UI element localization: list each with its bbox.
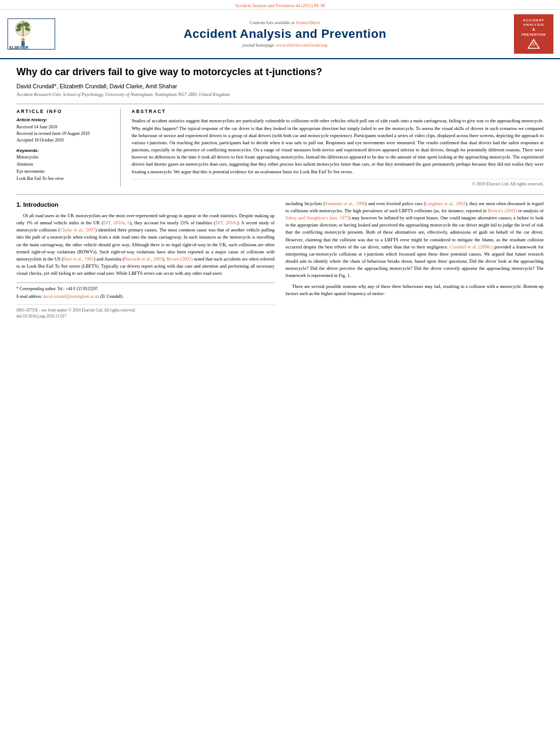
ref-sabey-1975: Sabey and Staughton's data, 1975 — [286, 215, 349, 220]
journal-homepage: journal homepage: www.elsevier.com/locat… — [67, 43, 503, 48]
abstract-heading: ABSTRACT — [132, 109, 544, 114]
ref-crundall-2008c: Crundall et al. (2008c) — [450, 244, 493, 250]
main-content: Why do car drivers fail to give way to m… — [0, 59, 560, 329]
article-info-abstract-section: ARTICLE INFO Article history: Received 1… — [16, 104, 544, 186]
accepted-date: Accepted 18 October 2010 — [16, 137, 112, 144]
ref-dft-2010c: DfT, 2010c — [216, 220, 237, 225]
article-affiliation: Accident Research Unit, School of Psycho… — [16, 92, 544, 97]
svg-text:ELSEVIER: ELSEVIER — [9, 46, 29, 49]
keyword-1: Motorcycles — [16, 154, 112, 161]
footer-doi: doi:10.1016/j.aap.2010.11.017 — [16, 313, 275, 320]
footer-rights: 0001-4575/$ – see front matter © 2010 El… — [16, 307, 275, 314]
logo-line-1: ACCIDENT — [523, 18, 545, 22]
body-col-right: including bicyclists (Summala et al., 19… — [286, 200, 544, 320]
abstract-text: Studies of accident statistics suggest t… — [132, 117, 544, 175]
ref-brown-2002b: Brown's (2002) — [488, 208, 517, 213]
footnote-corresponding: * Corresponding author. Tel.: +44 0 115 … — [16, 286, 275, 292]
journal-homepage-link[interactable]: www.elsevier.com/locate/aap — [276, 43, 328, 48]
sciencedirect-link[interactable]: ScienceDirect — [296, 20, 320, 25]
abstract-column: ABSTRACT Studies of accident statistics … — [132, 109, 544, 186]
page: Accident Analysis and Prevention 44 (201… — [0, 0, 560, 741]
ref-langham-2002: Langham et al., 2002 — [425, 201, 465, 206]
logo-line-3: & — [532, 27, 535, 32]
article-info-heading: ARTICLE INFO — [16, 109, 112, 114]
journal-title: Accident Analysis and Prevention — [67, 27, 503, 41]
article-history-label: Article history: — [16, 117, 112, 122]
svg-point-11 — [531, 42, 536, 46]
logo-icon — [525, 38, 542, 50]
footnote-area: * Corresponding author. Tel.: +44 0 115 … — [16, 282, 275, 299]
keywords-list: Motorcycles Attention Eye movements Look… — [16, 154, 112, 182]
section1-title: 1. Introduction — [16, 200, 275, 210]
article-title: Why do car drivers fail to give way to m… — [16, 66, 544, 78]
keyword-3: Eye movements — [16, 168, 112, 176]
elsevier-logo: ELSEVIER — [7, 18, 56, 50]
journal-citation: Accident Analysis and Prevention 44 (201… — [235, 3, 325, 8]
footer-bottom: 0001-4575/$ – see front matter © 2010 El… — [16, 304, 275, 320]
article-info-column: ARTICLE INFO Article history: Received 1… — [16, 109, 121, 186]
body-para-1: Of all road users in the UK motorcyclist… — [16, 212, 275, 278]
footnote-email: E-mail address: david.crundall@nottingha… — [16, 293, 275, 300]
journal-header-center: Contents lists available at ScienceDirec… — [67, 20, 503, 48]
ref-haworth-2005: Haworth et al., 2005 — [124, 256, 162, 262]
copyright-line: © 2010 Elsevier Ltd. All rights reserved… — [132, 179, 544, 186]
svg-point-8 — [21, 38, 25, 41]
body-para-2: including bicyclists (Summala et al., 19… — [286, 200, 544, 280]
keyword-2: Attention — [16, 161, 112, 168]
revised-date: Received in revised form 19 August 2010 — [16, 131, 112, 137]
ref-dft-2010a: DfT, 2010a, b — [103, 220, 130, 225]
keywords-label: Keywords: — [16, 148, 112, 153]
body-col-left: 1. Introduction Of all road users in the… — [16, 200, 275, 320]
body-section: 1. Introduction Of all road users in the… — [16, 200, 544, 320]
ref-summala-1996: Summala et al., 1996 — [325, 201, 365, 206]
received-date: Received 14 June 2010 — [16, 124, 112, 131]
ref-brown-2002a: Brown (2002) — [166, 256, 193, 262]
logo-line-2: ANALYSIS — [523, 22, 544, 27]
journal-header: ELSEVIER Contents lists available at Sci… — [0, 10, 560, 59]
section-divider — [16, 194, 544, 195]
ref-clarke-2007: Clarke et al., 2007 — [60, 227, 95, 233]
article-authors: David Crundall*, Elizabeth Crundall, Dav… — [16, 83, 544, 89]
body-para-3: There are several possible reasons why a… — [286, 283, 544, 297]
ref-hurt-1981: Hurt et al., 1981 — [63, 256, 94, 262]
journal-citation-bar: Accident Analysis and Prevention 44 (201… — [0, 0, 560, 10]
contents-available-text: Contents lists available at ScienceDirec… — [67, 20, 503, 25]
journal-logo-right: ACCIDENT ANALYSIS & PREVENTION — [514, 14, 553, 54]
footnote-email-link: david.crundall@nottingham.ac.uk — [43, 294, 99, 299]
logo-line-4: PREVENTION — [522, 32, 546, 37]
keyword-4: Look But Fail To See error — [16, 176, 112, 183]
